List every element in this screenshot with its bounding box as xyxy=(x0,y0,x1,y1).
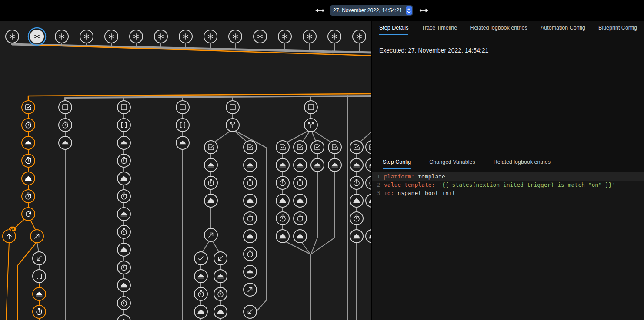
node-trigger[interactable] xyxy=(28,28,46,45)
node-service[interactable] xyxy=(194,305,207,318)
node-service[interactable] xyxy=(214,305,227,318)
node-condition[interactable] xyxy=(276,141,289,154)
node-trigger[interactable] xyxy=(105,30,118,43)
node-check[interactable] xyxy=(194,252,207,265)
node-service[interactable] xyxy=(366,158,372,172)
node-service[interactable] xyxy=(244,194,257,207)
node-square[interactable] xyxy=(59,101,72,114)
tab-changed-variables[interactable]: Changed Variables xyxy=(429,155,475,169)
node-service[interactable] xyxy=(117,172,130,185)
node-service[interactable] xyxy=(350,158,363,172)
node-delay[interactable] xyxy=(59,119,72,132)
node-delay[interactable] xyxy=(294,212,307,225)
node-repeat[interactable] xyxy=(22,208,35,221)
node-condition[interactable] xyxy=(311,141,324,154)
tab-related-logbook-entries[interactable]: Related logbook entries xyxy=(494,155,551,169)
node-trigger[interactable] xyxy=(328,30,341,43)
node-service[interactable] xyxy=(33,287,46,300)
node-delay[interactable] xyxy=(244,247,257,261)
node-delay[interactable] xyxy=(117,261,130,274)
node-trigger[interactable] xyxy=(154,30,167,43)
node-delay[interactable] xyxy=(244,212,257,225)
node-condition[interactable] xyxy=(328,141,341,154)
node-service[interactable] xyxy=(214,270,227,283)
node-service[interactable] xyxy=(276,158,289,172)
node-brackets[interactable] xyxy=(33,270,46,283)
node-delay[interactable] xyxy=(33,305,46,318)
node-service[interactable] xyxy=(117,243,130,256)
node-delay[interactable] xyxy=(244,176,257,189)
node-delay[interactable] xyxy=(117,225,130,238)
node-condition[interactable] xyxy=(350,141,363,154)
node-service[interactable] xyxy=(117,279,130,292)
node-service[interactable] xyxy=(117,208,130,221)
node-service[interactable] xyxy=(350,194,363,207)
node-service[interactable] xyxy=(244,265,257,278)
node-service[interactable] xyxy=(204,194,217,207)
node-service[interactable] xyxy=(294,194,307,207)
previous-run-button[interactable] xyxy=(314,5,325,16)
node-trigger[interactable] xyxy=(353,30,366,43)
node-split[interactable] xyxy=(226,119,239,132)
node-delay[interactable] xyxy=(276,212,289,225)
node-condition[interactable] xyxy=(294,141,307,154)
node-delay[interactable] xyxy=(214,287,227,300)
node-service[interactable] xyxy=(294,230,307,243)
node-trigger[interactable] xyxy=(6,30,19,43)
node-service[interactable] xyxy=(176,136,189,149)
tab-trace-timeline[interactable]: Trace Timeline xyxy=(422,21,457,35)
node-trigger[interactable] xyxy=(130,30,143,43)
node-condition[interactable] xyxy=(204,141,217,154)
node-delay[interactable] xyxy=(294,176,307,189)
node-service[interactable] xyxy=(194,270,207,283)
node-delay[interactable] xyxy=(117,154,130,167)
node-delay[interactable] xyxy=(22,190,35,203)
automation-trace-graph[interactable]: 9+ xyxy=(0,21,372,320)
node-condition[interactable] xyxy=(244,141,257,154)
node-condition[interactable] xyxy=(366,141,372,154)
node-square[interactable] xyxy=(176,101,189,114)
yaml-editor[interactable]: 1platform: template2value_template: '{{ … xyxy=(372,172,644,320)
next-run-button[interactable] xyxy=(419,5,429,16)
node-service[interactable] xyxy=(244,230,257,243)
node-delay[interactable] xyxy=(276,176,289,189)
tab-related-logbook-entries[interactable]: Related logbook entries xyxy=(470,21,527,35)
node-trigger[interactable] xyxy=(204,30,217,43)
node-service[interactable] xyxy=(366,230,372,243)
run-picker-select[interactable]: 27. November 2022, 14:54:21 xyxy=(330,5,413,16)
node-square[interactable] xyxy=(226,101,239,114)
node-trigger[interactable] xyxy=(303,30,316,43)
node-delay[interactable] xyxy=(350,176,363,189)
node-delay[interactable] xyxy=(22,119,35,132)
node-square[interactable] xyxy=(304,101,317,114)
node-service[interactable] xyxy=(276,230,289,243)
node-service[interactable] xyxy=(22,172,35,185)
node-call-made[interactable] xyxy=(244,283,257,296)
node-delay[interactable] xyxy=(350,212,363,225)
node-brackets[interactable] xyxy=(117,119,130,132)
node-trigger[interactable] xyxy=(179,30,192,43)
node-call-made[interactable] xyxy=(204,228,217,241)
node-service[interactable] xyxy=(350,230,363,243)
node-trigger[interactable] xyxy=(55,30,68,43)
node-service[interactable] xyxy=(117,315,130,320)
node-delay[interactable] xyxy=(194,287,207,300)
node-delay[interactable] xyxy=(117,297,130,310)
tab-step-details[interactable]: Step Details xyxy=(379,21,408,35)
node-trigger[interactable] xyxy=(80,30,93,43)
node-call-made[interactable] xyxy=(30,230,43,243)
node-service[interactable] xyxy=(276,194,289,207)
node-square[interactable] xyxy=(117,101,130,114)
node-call-received[interactable] xyxy=(244,305,257,318)
node-service[interactable] xyxy=(366,194,372,207)
tab-blueprint-config[interactable]: Blueprint Config xyxy=(598,21,637,35)
node-brackets[interactable] xyxy=(176,119,189,132)
node-call-received[interactable] xyxy=(33,252,46,265)
node-service[interactable] xyxy=(117,136,130,149)
node-service[interactable] xyxy=(328,158,341,172)
node-service[interactable] xyxy=(204,158,217,172)
node-split[interactable] xyxy=(304,119,317,132)
node-service[interactable] xyxy=(22,136,35,149)
node-service[interactable] xyxy=(311,158,324,172)
node-service[interactable] xyxy=(59,136,72,149)
